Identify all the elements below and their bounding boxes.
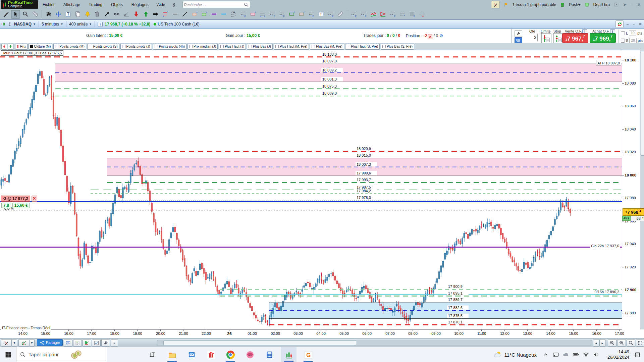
triangle-pattern-icon[interactable] (378, 10, 387, 19)
close-position-x-icon[interactable]: ✕ (32, 196, 37, 202)
taskbar-weather[interactable]: 11°C Nuageux (493, 347, 537, 362)
limit-pts-input[interactable]: 10 (629, 31, 636, 36)
indicator-checkbox[interactable] (312, 45, 315, 48)
notification-center-icon[interactable] (631, 347, 644, 362)
chart-close-icon[interactable]: ✕ (638, 22, 643, 27)
chart-plot-area[interactable]: 18 103,018 097,018 089,218 081,318 075,3… (0, 50, 622, 329)
legend-points-pivots-s[interactable]: Points pivots (S) (87, 44, 119, 50)
magnifier-icon[interactable] (21, 10, 30, 19)
calculator-icon[interactable] (262, 347, 277, 362)
minimize-icon[interactable]: – (630, 2, 634, 7)
legend-points-pivots-4h[interactable]: Points pivots (4h) (153, 44, 186, 50)
vertical-scrollbar-thumb[interactable] (641, 51, 644, 156)
scroll-right-arrow[interactable]: ▸ (599, 339, 605, 347)
workspace-settings-icon[interactable] (612, 1, 620, 8)
chart-type-caret[interactable]: ▼ (29, 339, 35, 347)
legend-prix-m-dian-j[interactable]: Prix médian (J) (187, 44, 218, 50)
scroll-down-indicator-icon[interactable] (1, 44, 7, 50)
pencil-icon[interactable] (1, 10, 10, 19)
scroll-left-arrow[interactable]: ◂ (593, 339, 599, 347)
dashed-level-c-icon[interactable]: F (277, 10, 286, 19)
search-icon[interactable] (244, 2, 249, 7)
dashed-level-g-icon[interactable]: F (359, 10, 368, 19)
rectangle-shape-icon[interactable]: + (200, 10, 209, 19)
edit-mode-icon[interactable] (491, 1, 500, 8)
thick-line-cyan-icon[interactable] (219, 10, 228, 19)
cursor-icon[interactable] (11, 10, 20, 19)
legend-plus-haut-s-pr[interactable]: Plus Haut (S, Pré) (345, 44, 380, 50)
dashed-level-d-icon[interactable]: F (307, 10, 316, 19)
thick-line-purple-icon[interactable] (209, 10, 218, 19)
speaker-icon[interactable] (591, 347, 601, 362)
legend-plus-bas-j[interactable]: Plus Bas (J) (247, 44, 273, 50)
legend-plus-bas-s-pr[interactable]: Plus Bas (S, Pré) (381, 44, 414, 50)
task-view-icon[interactable] (145, 347, 160, 362)
chart-minimize-icon[interactable]: – (625, 22, 630, 27)
indicator-checkbox[interactable] (122, 45, 125, 48)
flag-icon[interactable] (502, 1, 510, 8)
dashed-level-b-icon[interactable]: F (268, 10, 277, 19)
ruler-icon[interactable] (31, 10, 40, 19)
horizontal-scrollbar-thumb[interactable] (163, 341, 357, 345)
buy-button[interactable]: 17 969,7 (590, 33, 616, 43)
battery-icon[interactable] (571, 347, 581, 362)
menu-réglages[interactable]: Réglages (127, 2, 153, 7)
price-axis[interactable]: 18 10018 08018 06018 04018 02018 00017 9… (622, 50, 640, 329)
legend-cl-ture-m[interactable]: Clôture (M) (29, 44, 52, 50)
start-button[interactable] (0, 347, 16, 362)
order-settings-icon[interactable] (515, 30, 522, 37)
legend-prix[interactable]: Prix (15, 44, 28, 50)
legend-points-pivots-m[interactable]: Points pivots (M) (53, 44, 86, 50)
gift-app-icon[interactable] (203, 347, 219, 362)
zoom-in-icon[interactable] (617, 339, 626, 347)
fit-zoom-icon[interactable] (627, 339, 635, 347)
drawing-mode-icon[interactable] (1, 339, 12, 347)
cloud-icon[interactable] (561, 347, 571, 362)
legend-points-pivots-j[interactable]: Points pivots (J) (120, 44, 152, 50)
anchor-icon[interactable] (7, 21, 13, 28)
screen-layout-label[interactable]: 1 écran 1 graph portable (513, 2, 556, 7)
dashed-level-f-icon[interactable]: F (349, 10, 358, 19)
menu-fichier[interactable]: Fichier (38, 2, 59, 7)
dashed-grid-icon[interactable]: F (408, 10, 417, 19)
vertical-scrollbar[interactable] (640, 50, 644, 329)
indicator-checkbox[interactable] (220, 45, 224, 48)
push-label[interactable]: Push+ (569, 2, 580, 7)
zigzag-pattern-icon[interactable] (369, 10, 378, 19)
position-settings-gear-icon[interactable]: ⚙ (439, 33, 443, 38)
file-explorer-icon[interactable] (164, 347, 180, 362)
units-selector[interactable]: 400 unités▼ (69, 22, 92, 27)
indicator-checkbox[interactable] (382, 45, 386, 48)
order-list-icon[interactable] (83, 339, 91, 347)
trend-arrow-icon[interactable] (102, 10, 111, 19)
search-input[interactable] (183, 3, 244, 7)
mail-icon[interactable] (184, 347, 199, 362)
stop-checkbox[interactable] (621, 39, 625, 43)
taskbar-clock[interactable]: 14:4926/02/2024 (601, 349, 629, 360)
sync-icon[interactable] (615, 20, 624, 28)
anime-app-icon[interactable] (242, 347, 258, 362)
chart-maximize-icon[interactable]: ▫ (632, 22, 636, 27)
chart-window-icon[interactable] (92, 339, 101, 347)
link-chain-icon[interactable] (112, 10, 121, 19)
wifi-icon[interactable] (581, 347, 591, 362)
menu-objets[interactable]: Objets (107, 2, 127, 7)
pin-window-icon[interactable]: ➤ (623, 2, 627, 7)
indicator-checkbox[interactable] (55, 45, 58, 48)
copy-pages-icon[interactable] (73, 10, 82, 19)
settings-wrench-icon[interactable] (101, 339, 110, 347)
stop-pts-input[interactable]: 20 (629, 38, 637, 43)
oblique-line-icon[interactable] (180, 10, 189, 19)
indicator-checkbox[interactable] (249, 45, 252, 48)
instrument-selector[interactable]: NASDAQ▼ (14, 22, 36, 27)
add-instrument-icon[interactable]: + (0, 21, 7, 28)
abc-lines-icon[interactable]: A (229, 10, 238, 19)
indicator-checkbox[interactable] (89, 45, 92, 48)
instrument-info-icon[interactable]: i (98, 22, 103, 27)
legend-plus-haut-j[interactable]: Plus Haut (J) (219, 44, 246, 50)
text-t-icon[interactable]: T (63, 10, 72, 19)
dashed-level-e-icon[interactable]: F (326, 10, 335, 19)
sell-button[interactable]: 17 967,7 (562, 33, 588, 43)
chrome-icon[interactable] (223, 347, 238, 362)
channel-pink-icon[interactable]: + (248, 10, 257, 19)
